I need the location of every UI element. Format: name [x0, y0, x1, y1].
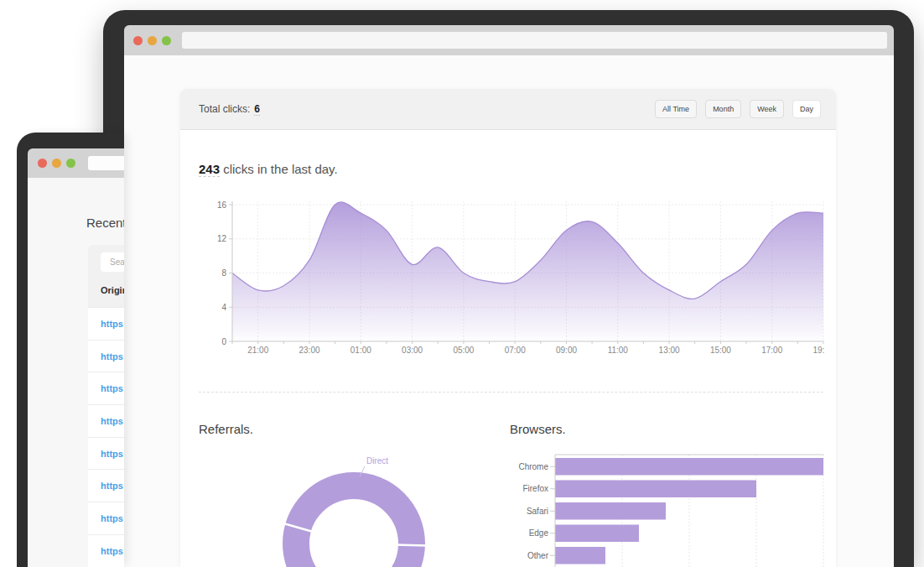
back-window-titlebar [28, 148, 124, 178]
svg-text:09:00: 09:00 [556, 346, 577, 355]
svg-text:Other: Other [527, 551, 549, 560]
close-button[interactable] [38, 159, 47, 168]
clicks-headline: 243 clicks in the last day. [199, 162, 338, 176]
close-button[interactable] [133, 36, 143, 45]
range-button-all-time[interactable]: All Time [655, 100, 697, 118]
table-row: https: [88, 372, 124, 404]
analytics-card: Total clicks: 6 All Time Month Week Day … [180, 89, 836, 567]
svg-text:Firefox: Firefox [522, 484, 548, 493]
svg-text:Edge: Edge [529, 528, 549, 538]
table-row: https: [88, 340, 124, 372]
svg-text:03:00: 03:00 [402, 346, 423, 355]
clicks-count: 243 [199, 162, 220, 177]
svg-text:0: 0 [221, 337, 226, 346]
clicks-headline-text: clicks in the last day. [220, 162, 338, 176]
section-divider [199, 392, 823, 393]
link-url[interactable]: https: [101, 351, 124, 362]
browsers-title: Browsers. [510, 422, 566, 436]
zoom-button[interactable] [66, 159, 75, 168]
table-row: https: [88, 404, 124, 437]
table-row: https: [88, 437, 124, 470]
front-window-titlebar [124, 25, 894, 55]
range-button-week[interactable]: Week [750, 100, 784, 118]
links-table: https: https: https: https: https: https… [88, 307, 124, 567]
svg-text:17:00: 17:00 [761, 346, 782, 355]
links-table-card: Origin https: https: https: https: https… [88, 245, 124, 567]
total-clicks-value: 6 [254, 103, 260, 116]
back-window-controls [38, 148, 75, 178]
svg-text:01:00: 01:00 [350, 346, 371, 355]
referrals-donut-chart: Direct [268, 451, 439, 567]
minimize-button[interactable] [148, 36, 157, 45]
table-row: https: [88, 307, 124, 340]
svg-text:05:00: 05:00 [453, 346, 474, 355]
dashboard-page: Total clicks: 6 All Time Month Week Day … [124, 55, 894, 567]
minimize-button[interactable] [52, 159, 61, 168]
svg-text:13:00: 13:00 [659, 346, 680, 355]
browsers-bar-chart: ChromeFirefoxSafariEdgeOther [500, 450, 832, 567]
svg-text:19:00: 19:00 [812, 346, 824, 355]
link-url[interactable]: https: [101, 449, 124, 459]
recent-links-page: Recent Origin https: https: https: https… [28, 178, 124, 567]
link-url[interactable]: https: [101, 481, 124, 491]
window-controls [133, 25, 171, 55]
table-row: https: [88, 469, 124, 502]
recent-heading: Recent [86, 216, 124, 230]
svg-text:16: 16 [217, 200, 227, 210]
origin-column-header: Origin [101, 285, 124, 295]
link-url[interactable]: https: [101, 546, 124, 556]
address-bar[interactable] [88, 156, 124, 170]
svg-text:12: 12 [217, 234, 227, 243]
table-row: https: [88, 534, 124, 567]
range-button-month[interactable]: Month [705, 100, 741, 118]
clicks-area-chart: 048121621:0023:0001:0003:0005:0007:0009:… [189, 193, 824, 361]
svg-text:07:00: 07:00 [505, 346, 526, 355]
svg-text:23:00: 23:00 [298, 346, 319, 355]
svg-text:8: 8 [221, 268, 226, 278]
link-url[interactable]: https: [101, 416, 124, 426]
svg-text:Direct: Direct [366, 456, 388, 466]
svg-text:4: 4 [221, 303, 226, 312]
link-url[interactable]: https: [101, 319, 124, 329]
svg-text:15:00: 15:00 [710, 346, 731, 355]
zoom-button[interactable] [162, 36, 171, 45]
link-url[interactable]: https: [101, 383, 124, 393]
range-button-group: All Time Month Week Day [655, 100, 821, 118]
svg-text:21:00: 21:00 [247, 346, 268, 355]
back-browser-window: Recent Origin https: https: https: https… [17, 133, 124, 567]
referrals-title: Referrals. [199, 422, 253, 436]
table-row: https: [88, 502, 124, 534]
range-button-day[interactable]: Day [792, 100, 821, 118]
svg-text:Chrome: Chrome [518, 462, 548, 471]
card-body: 243 clicks in the last day. 048121621:00… [180, 130, 836, 567]
front-browser-window: Total clicks: 6 All Time Month Week Day … [103, 10, 914, 567]
address-bar[interactable] [182, 32, 887, 49]
back-window-inner: Recent Origin https: https: https: https… [28, 148, 124, 567]
desktop-canvas: { "back_window": { "heading": "Recent", … [0, 0, 924, 567]
search-input[interactable] [101, 252, 124, 272]
stats-bar: Total clicks: 6 All Time Month Week Day [180, 89, 836, 130]
svg-text:Safari: Safari [527, 507, 548, 516]
total-clicks-label: Total clicks: [199, 103, 250, 115]
svg-text:11:00: 11:00 [608, 346, 629, 355]
link-url[interactable]: https: [101, 513, 124, 523]
